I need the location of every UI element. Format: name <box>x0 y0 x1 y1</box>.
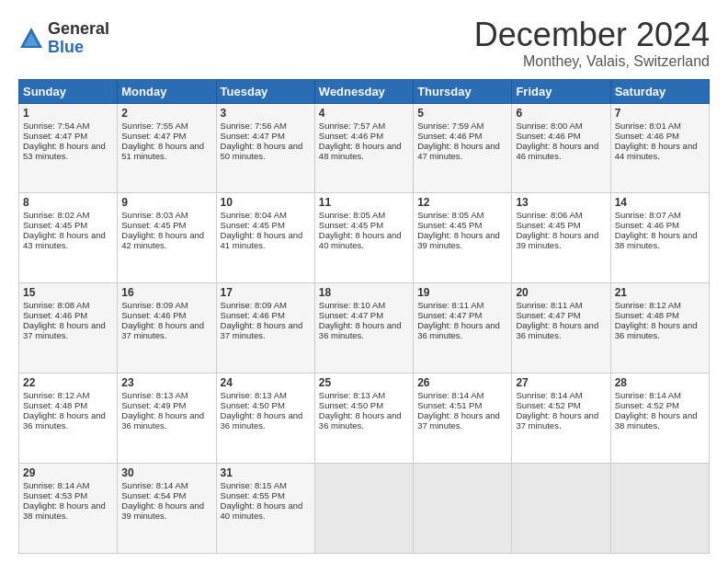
day-number: 31 <box>221 466 311 479</box>
day-number: 10 <box>221 196 311 209</box>
sunrise-text: Sunrise: 8:09 AM <box>221 300 311 310</box>
daylight-text: Daylight: 8 hours and 36 minutes. <box>221 410 311 431</box>
daylight-text: Daylight: 8 hours and 36 minutes. <box>121 410 211 431</box>
sunset-text: Sunset: 4:47 PM <box>23 131 113 141</box>
sunrise-text: Sunrise: 8:14 AM <box>516 390 606 400</box>
subtitle: Monthey, Valais, Switzerland <box>474 53 710 70</box>
calendar-cell: 23Sunrise: 8:13 AMSunset: 4:49 PMDayligh… <box>118 373 216 464</box>
sunset-text: Sunset: 4:54 PM <box>121 490 211 500</box>
sunset-text: Sunset: 4:46 PM <box>319 131 409 141</box>
calendar-cell: 16Sunrise: 8:09 AMSunset: 4:46 PMDayligh… <box>118 283 216 373</box>
daylight-text: Daylight: 8 hours and 36 minutes. <box>319 320 409 340</box>
sunset-text: Sunset: 4:45 PM <box>121 220 211 230</box>
day-number: 6 <box>516 107 606 120</box>
sunset-text: Sunset: 4:45 PM <box>319 220 409 230</box>
sunrise-text: Sunrise: 8:09 AM <box>121 300 211 310</box>
daylight-text: Daylight: 8 hours and 39 minutes. <box>121 500 211 521</box>
logo: General Blue <box>18 20 109 57</box>
calendar-cell: 6Sunrise: 8:00 AMSunset: 4:46 PMDaylight… <box>512 103 610 193</box>
sunrise-text: Sunrise: 8:11 AM <box>516 300 606 310</box>
title-section: December 2024 Monthey, Valais, Switzerla… <box>474 17 710 70</box>
calendar-cell: 14Sunrise: 8:07 AMSunset: 4:46 PMDayligh… <box>610 193 709 283</box>
day-number: 18 <box>319 286 409 299</box>
sunset-text: Sunset: 4:48 PM <box>23 400 113 410</box>
header: General Blue December 2024 Monthey, Vala… <box>18 17 710 70</box>
calendar-cell: 12Sunrise: 8:05 AMSunset: 4:45 PMDayligh… <box>414 193 512 283</box>
sunset-text: Sunset: 4:47 PM <box>417 310 507 320</box>
calendar-header-wednesday: Wednesday <box>314 79 413 103</box>
calendar-cell <box>314 464 413 554</box>
day-number: 9 <box>121 196 211 209</box>
calendar-header-thursday: Thursday <box>414 79 512 103</box>
daylight-text: Daylight: 8 hours and 38 minutes. <box>23 500 113 521</box>
sunrise-text: Sunrise: 7:55 AM <box>121 121 211 131</box>
day-number: 2 <box>121 107 211 120</box>
sunset-text: Sunset: 4:46 PM <box>417 131 507 141</box>
sunset-text: Sunset: 4:46 PM <box>516 131 606 141</box>
day-number: 30 <box>121 466 211 479</box>
daylight-text: Daylight: 8 hours and 43 minutes. <box>23 230 113 250</box>
calendar-cell: 2Sunrise: 7:55 AMSunset: 4:47 PMDaylight… <box>118 103 216 193</box>
sunset-text: Sunset: 4:47 PM <box>221 131 311 141</box>
daylight-text: Daylight: 8 hours and 50 minutes. <box>221 141 311 161</box>
daylight-text: Daylight: 8 hours and 46 minutes. <box>516 141 606 161</box>
day-number: 27 <box>516 376 606 389</box>
day-number: 3 <box>221 107 311 120</box>
logo-blue: Blue <box>48 39 109 57</box>
calendar-cell: 5Sunrise: 7:59 AMSunset: 4:46 PMDaylight… <box>414 103 512 193</box>
main-title: December 2024 <box>474 17 710 53</box>
day-number: 20 <box>516 286 606 299</box>
day-number: 21 <box>615 286 705 299</box>
daylight-text: Daylight: 8 hours and 37 minutes. <box>516 410 606 431</box>
daylight-text: Daylight: 8 hours and 37 minutes. <box>121 320 211 340</box>
day-number: 12 <box>417 196 507 209</box>
daylight-text: Daylight: 8 hours and 38 minutes. <box>615 230 705 250</box>
calendar-cell: 17Sunrise: 8:09 AMSunset: 4:46 PMDayligh… <box>216 283 314 373</box>
calendar-cell: 1Sunrise: 7:54 AMSunset: 4:47 PMDaylight… <box>19 103 118 193</box>
day-number: 14 <box>615 196 705 209</box>
daylight-text: Daylight: 8 hours and 36 minutes. <box>319 410 409 431</box>
sunrise-text: Sunrise: 8:12 AM <box>615 300 705 310</box>
sunrise-text: Sunrise: 8:15 AM <box>221 480 311 490</box>
calendar-cell: 27Sunrise: 8:14 AMSunset: 4:52 PMDayligh… <box>512 373 610 464</box>
daylight-text: Daylight: 8 hours and 37 minutes. <box>221 320 311 340</box>
sunrise-text: Sunrise: 8:13 AM <box>319 390 409 400</box>
sunset-text: Sunset: 4:48 PM <box>615 310 705 320</box>
calendar-cell: 22Sunrise: 8:12 AMSunset: 4:48 PMDayligh… <box>19 373 118 464</box>
daylight-text: Daylight: 8 hours and 36 minutes. <box>615 320 705 340</box>
daylight-text: Daylight: 8 hours and 53 minutes. <box>23 141 113 161</box>
sunset-text: Sunset: 4:45 PM <box>23 220 113 230</box>
day-number: 1 <box>23 107 113 120</box>
calendar-cell: 7Sunrise: 8:01 AMSunset: 4:46 PMDaylight… <box>610 103 709 193</box>
calendar-cell: 13Sunrise: 8:06 AMSunset: 4:45 PMDayligh… <box>512 193 610 283</box>
sunset-text: Sunset: 4:45 PM <box>516 220 606 230</box>
sunrise-text: Sunrise: 8:03 AM <box>121 210 211 220</box>
sunset-text: Sunset: 4:51 PM <box>417 400 507 410</box>
sunrise-text: Sunrise: 8:08 AM <box>23 300 113 310</box>
sunrise-text: Sunrise: 8:06 AM <box>516 210 606 220</box>
logo-text: General Blue <box>48 20 109 57</box>
sunrise-text: Sunrise: 8:11 AM <box>417 300 507 310</box>
calendar-cell <box>414 464 512 554</box>
sunset-text: Sunset: 4:50 PM <box>319 400 409 410</box>
calendar-week-5: 29Sunrise: 8:14 AMSunset: 4:53 PMDayligh… <box>19 464 710 554</box>
sunrise-text: Sunrise: 8:13 AM <box>221 390 311 400</box>
sunrise-text: Sunrise: 8:14 AM <box>121 480 211 490</box>
calendar-cell: 28Sunrise: 8:14 AMSunset: 4:52 PMDayligh… <box>610 373 709 464</box>
calendar-header-monday: Monday <box>118 79 216 103</box>
day-number: 15 <box>23 286 113 299</box>
daylight-text: Daylight: 8 hours and 48 minutes. <box>319 141 409 161</box>
calendar-cell: 8Sunrise: 8:02 AMSunset: 4:45 PMDaylight… <box>19 193 118 283</box>
calendar-cell: 19Sunrise: 8:11 AMSunset: 4:47 PMDayligh… <box>414 283 512 373</box>
calendar-cell: 25Sunrise: 8:13 AMSunset: 4:50 PMDayligh… <box>314 373 413 464</box>
daylight-text: Daylight: 8 hours and 36 minutes. <box>417 320 507 340</box>
daylight-text: Daylight: 8 hours and 37 minutes. <box>23 320 113 340</box>
day-number: 13 <box>516 196 606 209</box>
logo-icon <box>18 26 44 52</box>
calendar-cell: 26Sunrise: 8:14 AMSunset: 4:51 PMDayligh… <box>414 373 512 464</box>
day-number: 5 <box>417 107 507 120</box>
calendar-cell: 18Sunrise: 8:10 AMSunset: 4:47 PMDayligh… <box>314 283 413 373</box>
daylight-text: Daylight: 8 hours and 39 minutes. <box>417 230 507 250</box>
calendar-header-tuesday: Tuesday <box>216 79 314 103</box>
calendar-cell <box>610 464 709 554</box>
